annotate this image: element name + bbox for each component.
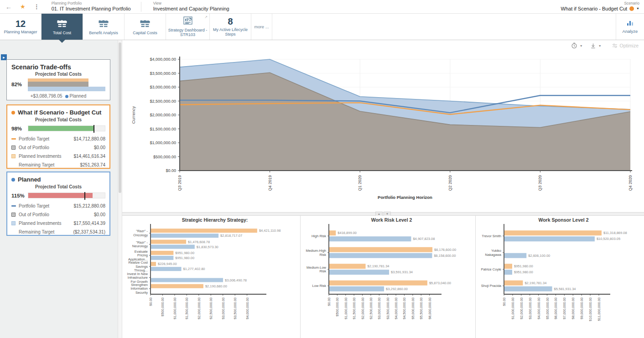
card-subtitle: Projected Total Costs (11, 184, 105, 189)
svg-text:$500,000.00: $500,000.00 (153, 155, 176, 159)
panel-splitter[interactable]: ▲ ▼ (122, 212, 644, 216)
svg-text:Currency: Currency (131, 106, 136, 124)
tab-my-active-lifecycle-steps[interactable]: 8 My Active Lifecycle Steps (210, 14, 251, 40)
svg-text:$3,000,000.00: $3,000,000.00 (150, 85, 176, 89)
tab-label: My Active Lifecycle Steps (210, 27, 251, 36)
svg-text:$951,980.00: $951,980.00 (514, 264, 533, 268)
svg-text:Work Sponsor Level 2: Work Sponsor Level 2 (538, 217, 588, 223)
svg-text:$1,000,000.00: $1,000,000.00 (344, 297, 348, 319)
svg-text:$2,000,000.00: $2,000,000.00 (150, 113, 176, 117)
scenario-value: What if Scenario - Budget Cut (561, 6, 628, 12)
breadcrumb-planning-portfolio: Planning Portfolio 01. IT Investment Pla… (52, 1, 131, 11)
svg-text:High Risk: High Risk (312, 234, 326, 238)
svg-text:$2,000,000.00: $2,000,000.00 (197, 297, 201, 319)
card-subtitle: Projected Total Costs (11, 72, 105, 77)
dashboard-tab-strip: 12 Planning Manager Total Cost Benefit A… (0, 14, 644, 40)
svg-text:$3,500,000.00: $3,500,000.00 (386, 297, 390, 319)
active-tab-notch (59, 40, 65, 43)
chevron-down-icon[interactable]: ▼ (580, 44, 583, 47)
top-header-bar: ← ★ ⋮ Planning Portfolio 01. IT Investme… (0, 0, 644, 14)
svg-text:Strategic Hierarchy Strategy:: Strategic Hierarchy Strategy: (182, 217, 248, 223)
favorite-star-icon[interactable]: ★ (20, 4, 26, 10)
tab-label: Total Cost (52, 31, 73, 35)
out-of-portfolio-icon (11, 146, 16, 150)
external-link-icon: ↗ (204, 15, 208, 19)
card-title: Scenario Trade-offs (11, 63, 105, 71)
svg-text:$3,500,000.00: $3,500,000.00 (233, 297, 237, 319)
svg-text:Work Risk Level 2: Work Risk Level 2 (371, 217, 412, 223)
svg-text:$0.00: $0.00 (149, 297, 153, 306)
back-icon[interactable]: ← (5, 4, 12, 10)
svg-text:$0.00: $0.00 (502, 297, 506, 306)
svg-text:$226,945.00: $226,945.00 (158, 262, 177, 266)
svg-text:$10,000,000.00: $10,000,000.00 (588, 297, 592, 321)
legend-row: Remaining Target $251,263.74 (11, 161, 105, 169)
sidebar-scrollbar-thumb[interactable] (119, 42, 121, 193)
svg-text:Risk: Risk (319, 253, 326, 257)
svg-text:Portfolio Planning Horizon: Portfolio Planning Horizon (378, 195, 432, 200)
svg-text:$1,500,000.00: $1,500,000.00 (352, 297, 356, 319)
svg-text:$1,500,000.00: $1,500,000.00 (185, 297, 189, 319)
legend-row: Portfolio Target $14,712,880.08 (11, 135, 105, 143)
svg-text:$2,190,781.34: $2,190,781.34 (368, 264, 390, 268)
chart-toolbar: ▼ ▼ Optimize (571, 42, 639, 49)
svg-text:$1,000,000.00: $1,000,000.00 (511, 297, 515, 319)
tab-benefit-analysis[interactable]: Benefit Analysis (83, 14, 125, 40)
optimize-button[interactable]: Optimize (612, 43, 639, 48)
svg-text:$4,500,000.00: $4,500,000.00 (402, 297, 406, 319)
whatif-progress-track (28, 125, 105, 131)
legend-row: Portfolio Target $15,212,880.08 (11, 202, 105, 210)
svg-text:$11,000,000.00: $11,000,000.00 (597, 297, 601, 321)
scenario-tradeoffs-card[interactable]: Scenario Trade-offs Projected Total Cost… (6, 59, 110, 100)
optimize-label: Optimize (620, 43, 639, 48)
analyze-label: Analyze (623, 29, 638, 34)
scenario-selector[interactable]: Scenario What if Scenario - Budget Cut ▼ (561, 1, 639, 11)
svg-text:$2,606,100.00: $2,606,100.00 (528, 254, 550, 258)
breadcrumb-view: View Investment and Capacity Planning (153, 1, 229, 11)
work-sponsor-bar-chart: Work Sponsor Level 2Trevor Smith$11,318,… (476, 216, 644, 337)
svg-text:$1,500,000.00: $1,500,000.00 (150, 127, 176, 131)
svg-text:$1,830,573.30: $1,830,573.30 (197, 245, 218, 249)
svg-text:$5,000,000.00: $5,000,000.00 (545, 297, 550, 319)
dashboard-icon (182, 16, 193, 26)
tab-label: Capital Costs (131, 31, 159, 35)
svg-text:Neurology: Neurology (132, 244, 148, 248)
planned-scenario-card[interactable]: Planned Projected Total Costs 115% Portf… (6, 172, 110, 236)
tab-planning-manager[interactable]: 12 Planning Manager (0, 14, 42, 40)
kebab-menu-icon[interactable]: ⋮ (34, 4, 40, 10)
view-value: Investment and Capacity Planning (153, 6, 229, 12)
tradeoff-caption: +$3,088,798.05Planned (11, 94, 105, 99)
svg-text:$7,000,000.00: $7,000,000.00 (562, 297, 566, 319)
chevron-down-icon[interactable]: ▼ (598, 44, 602, 47)
tab-label: Planning Manager (2, 30, 38, 34)
svg-text:$9,000,000.00: $9,000,000.00 (580, 297, 584, 319)
tab-more[interactable]: more ... (251, 14, 272, 40)
svg-text:Patrice Coyle: Patrice Coyle (481, 267, 501, 271)
history-clock-button[interactable] (571, 42, 577, 49)
card-subtitle: Projected Total Costs (11, 117, 105, 122)
planning-portfolio-label: Planning Portfolio (52, 1, 131, 6)
download-button[interactable] (590, 43, 596, 49)
out-of-portfolio-icon (11, 213, 16, 217)
analyze-button[interactable]: Analyze (616, 14, 644, 40)
breakdown-charts-row: Strategic Hierarchy Strategy:"Razr" -Onc… (122, 216, 644, 338)
tab-label: Strategy Dashboard - STR103 (166, 28, 209, 37)
tab-total-cost[interactable]: Total Cost (42, 14, 83, 40)
planned-target-marker (84, 192, 85, 200)
tab-capital-costs[interactable]: Capital Costs (125, 14, 166, 40)
whatif-scenario-card[interactable]: What if Scenario - Budget Cut Projected … (6, 104, 110, 169)
legend-row: Out of Portfolio $0.00 (11, 210, 105, 219)
svg-text:Shoji Pracida: Shoji Pracida (481, 284, 502, 288)
svg-text:Q1 2020: Q1 2020 (358, 175, 362, 191)
planned-scenario-dot (11, 178, 15, 182)
svg-text:Risk: Risk (319, 269, 326, 273)
tab-strategy-dashboard[interactable]: ↗ Strategy Dashboard - STR103 (166, 14, 210, 40)
scenario-label: Scenario (624, 1, 639, 6)
svg-text:$2,818,717.07: $2,818,717.07 (220, 234, 242, 238)
scenario-status-dot (629, 6, 634, 11)
header-divider (141, 2, 141, 12)
svg-text:$4,000,000.00: $4,000,000.00 (394, 297, 398, 319)
svg-text:$4,421,110.98: $4,421,110.98 (259, 229, 280, 233)
svg-text:$3,500,000.00: $3,500,000.00 (150, 71, 176, 76)
svg-text:$5,873,040.00: $5,873,040.00 (429, 281, 451, 285)
